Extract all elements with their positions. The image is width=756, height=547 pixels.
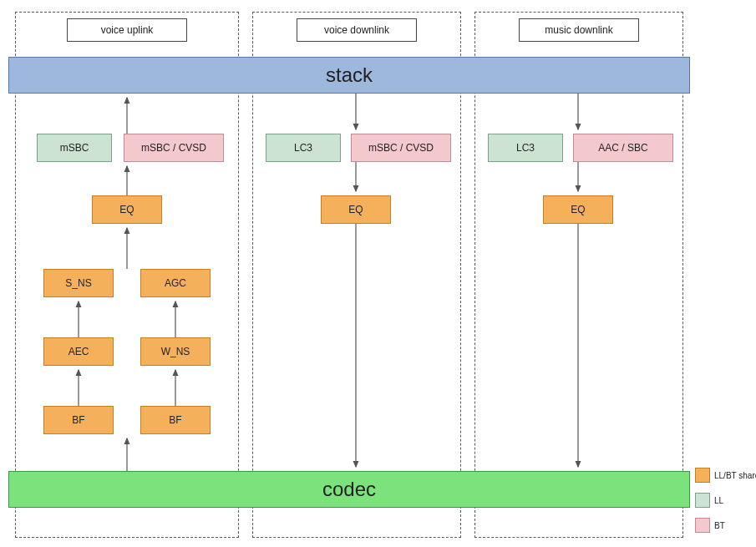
arrows-layer	[0, 0, 756, 547]
diagram-canvas: voice uplink voice downlink music downli…	[0, 0, 756, 547]
